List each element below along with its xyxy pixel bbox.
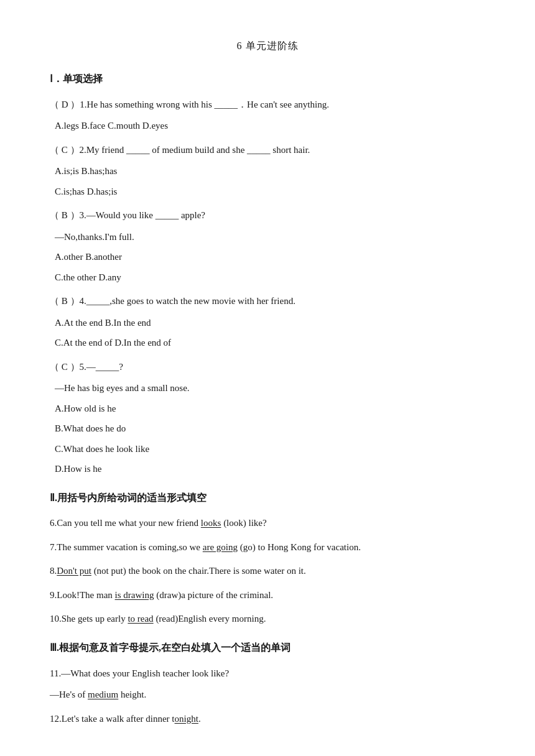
question-9: 9.Look!The man is drawing (draw)a pictur… — [50, 586, 485, 604]
q5-option-c: C.What does he look like — [55, 440, 485, 458]
q11-response-after: height. — [118, 689, 146, 699]
q9-text-before: 9.Look!The man — [50, 590, 115, 600]
q5-answer: C — [62, 362, 68, 372]
q11-text: 11.—What does your English teacher look … — [50, 665, 485, 683]
question-3: （ B ）3.—Would you like _____ apple? —No,… — [50, 206, 485, 286]
q10-text-before: 10.She gets up early — [50, 614, 128, 624]
q2-answer: C — [62, 145, 68, 155]
q4-options-1: A.At the end B.In the end — [55, 314, 485, 332]
q9-answer: is drawing — [115, 590, 154, 600]
question-7: 7.The summer vacation is coming,so we ar… — [50, 538, 485, 556]
section-3: Ⅲ.根据句意及首字母提示,在空白处填入一个适当的单词 11.—What does… — [50, 639, 485, 727]
q7-answer: are going — [203, 542, 238, 552]
q1-answer: D — [62, 99, 68, 109]
q10-answer: to read — [128, 614, 153, 624]
q6-text-before: 6.Can you tell me what your new friend — [50, 518, 201, 528]
q9-text-after: (draw)a picture of the criminal. — [154, 590, 273, 600]
question-12: 12.Let's take a walk after dinner tonigh… — [50, 710, 485, 728]
q2-options-1: A.is;is B.has;has — [55, 162, 485, 180]
q12-answer: onight — [175, 714, 198, 724]
q1-answer-label: （ — [50, 99, 62, 109]
q3-answer: B — [62, 210, 68, 220]
question-5: （ C ）5.—_____? —He has big eyes and a sm… — [50, 358, 485, 478]
section-3-header: Ⅲ.根据句意及首字母提示,在空白处填入一个适当的单词 — [50, 639, 485, 657]
q8-text-after: (not put) the book on the chair.There is… — [91, 566, 306, 576]
page-title: 6 单元进阶练 — [50, 37, 485, 55]
q5-option-b: B.What does he do — [55, 420, 485, 438]
q3-options-2: C.the other D.any — [55, 269, 485, 287]
q7-text-before: 7.The summer vacation is coming,so we — [50, 542, 203, 552]
section-1: Ⅰ．单项选择 （ D ）1.He has something wrong wit… — [50, 70, 485, 478]
question-6: 6.Can you tell me what your new friend l… — [50, 514, 485, 532]
q4-options-2: C.At the end of D.In the end of — [55, 334, 485, 352]
q12-text-after: . — [198, 714, 201, 724]
q1-options: A.legs B.face C.mouth D.eyes — [55, 117, 485, 135]
question-1: （ D ）1.He has something wrong with his _… — [50, 96, 485, 135]
q3-answer-label: （ — [50, 210, 62, 220]
q5-text: 5.—_____? — [80, 362, 123, 372]
question-4: （ B ）4._____,she goes to watch the new m… — [50, 292, 485, 352]
q5-option-a: A.How old is he — [55, 400, 485, 418]
q8-text-before: 8. — [50, 566, 57, 576]
q4-text: 4._____,she goes to watch the new movie … — [80, 296, 295, 306]
q4-answer: B — [62, 296, 68, 306]
q3-text: 3.—Would you like _____ apple? — [80, 210, 206, 220]
q5-answer-label: （ — [50, 362, 62, 372]
question-2: （ C ）2.My friend _____ of medium build a… — [50, 141, 485, 201]
q3-response: —No,thanks.I'm full. — [55, 228, 485, 246]
q11-response-before: —He's of — [50, 689, 88, 699]
q6-answer: looks — [201, 518, 221, 528]
section-2: Ⅱ.用括号内所给动词的适当形式填空 6.Can you tell me what… — [50, 489, 485, 628]
section-2-header: Ⅱ.用括号内所给动词的适当形式填空 — [50, 489, 485, 507]
question-8: 8.Don't put (not put) the book on the ch… — [50, 562, 485, 580]
question-10: 10.She gets up early to read (read)Engli… — [50, 610, 485, 628]
q7-text-after: (go) to Hong Kong for vacation. — [238, 542, 361, 552]
q1-text: 1.He has something wrong with his _____．… — [80, 99, 329, 109]
q10-text-after: (read)English every morning. — [154, 614, 266, 624]
q8-answer: Don't put — [57, 566, 91, 576]
question-11: 11.—What does your English teacher look … — [50, 665, 485, 704]
q2-answer-label: （ — [50, 145, 62, 155]
q4-answer-label: （ — [50, 296, 62, 306]
q11-answer: medium — [88, 689, 118, 699]
q5-option-d: D.How is he — [55, 460, 485, 478]
q2-text: 2.My friend _____ of medium build and sh… — [80, 145, 310, 155]
q3-options-1: A.other B.another — [55, 248, 485, 266]
q12-text-before: 12.Let's take a walk after dinner t — [50, 714, 175, 724]
section-1-header: Ⅰ．单项选择 — [50, 70, 485, 88]
q5-response: —He has big eyes and a small nose. — [55, 379, 485, 397]
q2-options-2: C.is;has D.has;is — [55, 183, 485, 201]
q6-text-after: (look) like? — [221, 518, 266, 528]
